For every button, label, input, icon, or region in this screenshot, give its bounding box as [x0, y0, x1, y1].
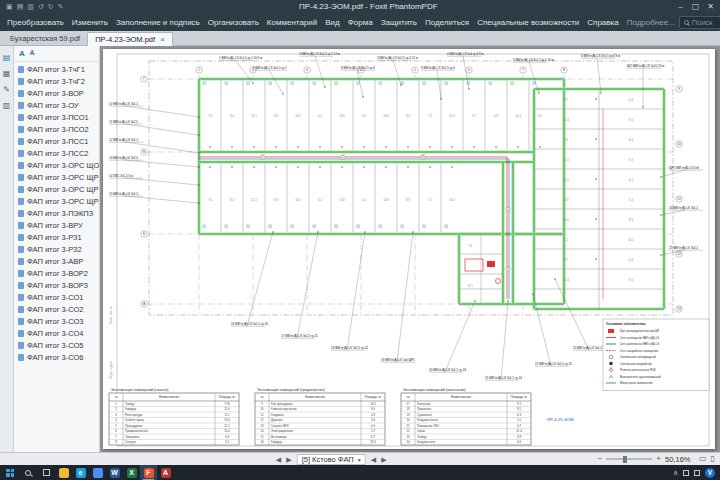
bookmark-item[interactable]: ФАП итог 3-ОУ	[14, 99, 99, 111]
taskbar-search-button[interactable]	[19, 465, 37, 480]
bookmark-item[interactable]: ФАП итог 3-ОРС ЩР1.1	[14, 183, 99, 195]
redo-icon[interactable]: ↻	[48, 3, 54, 10]
zoom-out-icon[interactable]: −	[598, 455, 603, 463]
prev-view-icon[interactable]: ◀	[371, 456, 376, 463]
bookmark-item[interactable]: ФАП итог 3-СО1	[14, 291, 99, 303]
bookmark-item[interactable]: ФАП итог 3-ПСС1	[14, 135, 99, 147]
menu-item[interactable]: Поделиться	[421, 16, 473, 29]
bookmark-item[interactable]: ФАП итог 3-ТчГ1	[14, 63, 99, 75]
svg-text:Тамбур: Тамбур	[417, 435, 427, 439]
menu-item[interactable]: Преобразовать	[3, 16, 68, 29]
bookmark-item[interactable]: ФАП итог 3-СО2	[14, 303, 99, 315]
bookmark-item[interactable]: ФАП итог 3-СО4	[14, 327, 99, 339]
menu-item[interactable]: Комментарий	[263, 16, 321, 29]
menu-item[interactable]: Защитить	[377, 16, 421, 29]
main-content: ▤ ▦ ✎ ▥ А А ФАП итог 3-ТчГ1 ФАП и	[0, 46, 720, 452]
pdf-page[interactable]: Инв. № подл.Подп. и датаВзам. инв. №1234…	[103, 49, 715, 449]
svg-text:7,6: 7,6	[208, 114, 212, 118]
search-box[interactable]: Поиск	[679, 16, 720, 29]
bookmark-item[interactable]: ФАП итог 3-ОРС ЩР1	[14, 171, 99, 183]
svg-text:17 ВВГнг(А)-LS 3х2,5 гр.11: 17 ВВГнг(А)-LS 3х2,5 гр.11	[281, 334, 318, 338]
tab-close-icon[interactable]: ×	[160, 35, 165, 44]
svg-text:4,4: 4,4	[371, 424, 375, 428]
bookmark-expand-icon[interactable]: А	[19, 50, 25, 58]
attachments-panel-icon[interactable]: ✎	[3, 86, 10, 94]
menu-item[interactable]: Заполнение и подпись	[112, 16, 204, 29]
bookmark-icon	[18, 150, 24, 157]
bookmark-item[interactable]: ФАП итог 3-ВРУ	[14, 219, 99, 231]
bookmark-label: ФАП итог 3-ТчГ1	[27, 65, 85, 74]
menu-item[interactable]: Справка	[583, 16, 622, 29]
tray-badge-icon[interactable]: V	[705, 468, 715, 478]
print-icon[interactable]: ▥	[27, 3, 34, 10]
bookmark-item[interactable]: ФАП итог 3-ВОРЗ	[14, 279, 99, 291]
taskbar-app[interactable]	[55, 465, 72, 480]
task-view-button[interactable]	[37, 465, 55, 480]
zoom-slider-knob[interactable]	[623, 456, 627, 463]
zoom-slider[interactable]	[606, 458, 652, 460]
svg-text:13,6: 13,6	[563, 218, 569, 222]
taskbar-app[interactable]: A	[157, 465, 174, 480]
taskbar-app[interactable]: e	[72, 465, 89, 480]
svg-text:8,4: 8,4	[230, 198, 234, 202]
bookmark-item[interactable]: ФАП итог 3-ПСО1	[14, 111, 99, 123]
bookmarks-panel-icon[interactable]: ▤	[3, 54, 11, 62]
bookmark-item[interactable]: ФАП итог 3-АВР	[14, 255, 99, 267]
menu-item[interactable]: Организовать	[204, 16, 263, 29]
close-button[interactable]: ✕	[703, 0, 718, 13]
next-page-icon[interactable]: ▶	[286, 456, 291, 463]
bookmark-item[interactable]: ФАП итог 3-ВОР	[14, 87, 99, 99]
thumbnails-panel-icon[interactable]: ▦	[3, 70, 11, 78]
tray-status-icon[interactable]	[694, 470, 700, 476]
svg-text:8,9: 8,9	[406, 114, 410, 118]
menu-item[interactable]: Специальные возможности	[473, 16, 583, 29]
page-indicator[interactable]: [5] Кстово ФАП ▾	[297, 454, 366, 465]
bookmark-item[interactable]: ФАП итог 3-ПСС2	[14, 147, 99, 159]
svg-text:24: 24	[406, 440, 410, 444]
tray-window-icon[interactable]	[683, 470, 689, 476]
next-view-icon[interactable]: ▶	[381, 456, 386, 463]
svg-text:9,3: 9,3	[629, 158, 633, 162]
layers-panel-icon[interactable]: ▥	[3, 102, 11, 110]
fit-width-icon[interactable]: ▯	[711, 455, 715, 463]
bookmark-item[interactable]: ФАП итог 3-СО3	[14, 315, 99, 327]
bookmark-item[interactable]: ФАП итог 3-ВОР2	[14, 267, 99, 279]
bookmark-item[interactable]: ФАП итог 3-РЗ2	[14, 243, 99, 255]
taskbar-app[interactable]: F	[140, 465, 157, 480]
bookmark-item[interactable]: ФАП итог 3-ТчГ2	[14, 75, 99, 87]
bookmark-item[interactable]: ФАП итог 3-СО6	[14, 351, 99, 363]
menu-item[interactable]: Форма	[344, 16, 377, 29]
svg-text:11: 11	[677, 197, 681, 201]
document-tab[interactable]: Бухарестская 59.pdf ×	[3, 31, 87, 45]
undo-icon[interactable]: ↺	[38, 3, 44, 10]
bookmark-item[interactable]: ФАП итог 3-ОРС ЩР2	[14, 195, 99, 207]
svg-text:7 ВВГнг(А)-LS 3х1,5 гр.7: 7 ВВГнг(А)-LS 3х1,5 гр.7	[253, 66, 287, 70]
taskbar-app[interactable]: X	[123, 465, 140, 480]
document-tab[interactable]: ПР-4.23-ЭОМ.pdf ×	[87, 32, 173, 46]
bookmark-item[interactable]: ФАП итог 3-СО5	[14, 339, 99, 351]
svg-text:12,4: 12,4	[563, 278, 569, 282]
bookmark-item[interactable]: ФАП итог 3-ОРС ЩО	[14, 159, 99, 171]
bookmark-item[interactable]: ФАП итог 3-ПСО2	[14, 123, 99, 135]
taskbar-app[interactable]	[89, 465, 106, 480]
tray-chevron-icon[interactable]: ∧	[673, 469, 678, 476]
save-icon[interactable]: ▤	[17, 3, 24, 10]
maximize-button[interactable]: ▢	[688, 0, 703, 13]
app-logo-icon: ▣	[6, 3, 13, 10]
minimize-button[interactable]: –	[673, 0, 688, 13]
menu-more[interactable]: Подробнее...	[623, 16, 679, 29]
taskbar-app[interactable]: W	[106, 465, 123, 480]
bookmark-collapse-icon[interactable]: А	[30, 50, 35, 57]
zoom-in-icon[interactable]: +	[656, 455, 661, 463]
menu-item[interactable]: Вид	[321, 16, 343, 29]
svg-text:7,58: 7,58	[224, 402, 230, 406]
bookmark-item[interactable]: ФАП итог 3-РЗ1	[14, 231, 99, 243]
bookmark-item[interactable]: ФАП итог 3-ПЭКПЗ	[14, 207, 99, 219]
svg-text:Щит распределительный ЩР: Щит распределительный ЩР	[620, 329, 659, 333]
menu-item[interactable]: Изменить	[68, 16, 112, 29]
start-button[interactable]	[1, 465, 19, 480]
document-viewer[interactable]: Инв. № подл.Подп. и датаВзам. инв. №1234…	[100, 46, 720, 452]
prev-page-icon[interactable]: ◀	[276, 456, 281, 463]
fit-page-icon[interactable]: ▭	[699, 455, 707, 463]
svg-text:13: 13	[677, 307, 681, 311]
